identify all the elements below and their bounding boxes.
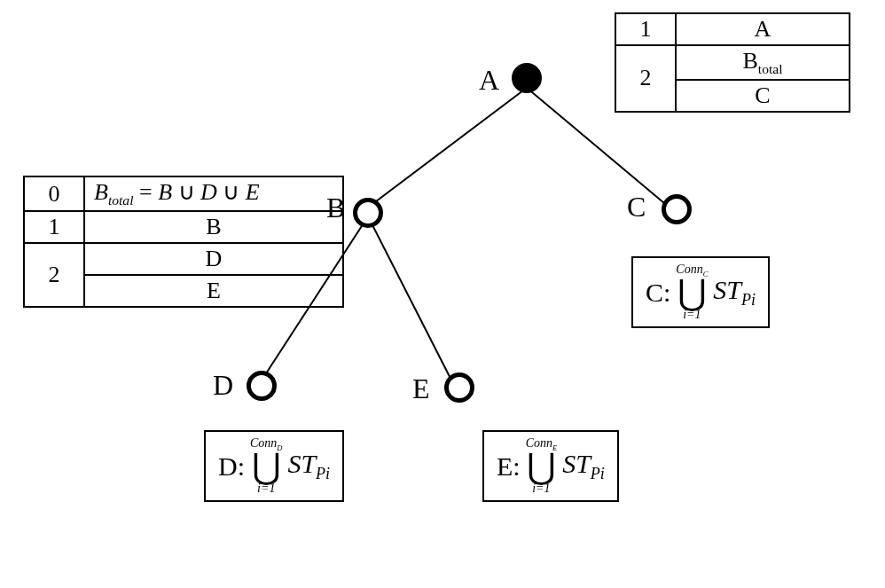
cell-value-equation: Btotal = B ∪ D ∪ E	[84, 176, 343, 211]
table-row: 1 B	[24, 211, 343, 243]
cell-index: 0	[24, 176, 84, 211]
cell-value: A	[676, 13, 850, 45]
node-e	[444, 372, 474, 403]
cell-index: 1	[24, 211, 84, 243]
cell-value: C	[676, 80, 850, 112]
formula-box-c: C: ConnC ⋃ i=1 STPi	[631, 256, 770, 328]
formula-label: D:	[218, 451, 245, 482]
node-d	[247, 371, 277, 401]
union-symbol: ConnD ⋃ i=1	[250, 437, 282, 495]
cell-value: Btotal	[676, 45, 850, 80]
diagram-canvas: A B C D E 1 A 2 Btotal C 0 Btotal = B ∪ …	[0, 0, 885, 588]
table-row: 0 Btotal = B ∪ D ∪ E	[24, 176, 343, 211]
formula-box-e: E: ConnE ⋃ i=1 STPi	[482, 430, 619, 502]
table-top-right: 1 A 2 Btotal C	[615, 12, 850, 113]
union-symbol: ConnC ⋃ i=1	[676, 263, 708, 321]
node-a-label: A	[479, 64, 499, 97]
table-row: 2 D	[24, 243, 343, 275]
formula-label: C:	[646, 278, 670, 308]
formula-term: STPi	[562, 449, 605, 483]
cell-value: E	[84, 275, 343, 307]
table-left: 0 Btotal = B ∪ D ∪ E 1 B 2 D E	[23, 176, 344, 308]
union-symbol: ConnE ⋃ i=1	[526, 437, 557, 495]
node-e-label: E	[412, 372, 430, 405]
node-d-label: D	[213, 369, 233, 402]
edge-b-e	[367, 216, 458, 394]
cell-index: 1	[615, 13, 676, 45]
table-row: 2 Btotal	[615, 45, 850, 80]
node-b	[353, 198, 383, 228]
node-c	[662, 194, 692, 224]
formula-term: STPi	[713, 275, 756, 310]
formula-term: STPi	[287, 449, 330, 483]
formula-box-d: D: ConnD ⋃ i=1 STPi	[204, 430, 344, 502]
cell-index: 2	[24, 243, 84, 307]
node-c-label: C	[627, 191, 646, 223]
formula-label: E:	[497, 451, 521, 482]
cell-index: 2	[615, 45, 676, 112]
cell-value: D	[84, 243, 343, 275]
edge-a-b	[363, 87, 528, 212]
node-a	[512, 63, 542, 93]
table-row: 1 A	[615, 13, 850, 45]
cell-value: B	[84, 211, 343, 243]
